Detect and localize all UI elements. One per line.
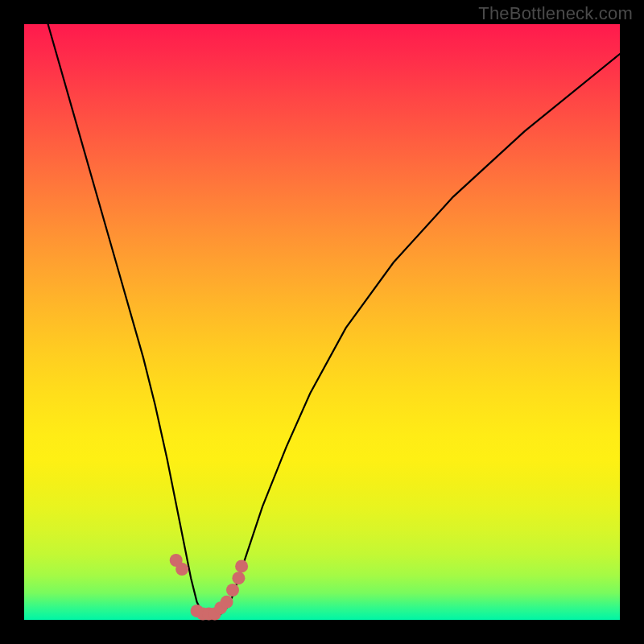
marker-dot [221, 596, 233, 609]
marker-dot [235, 559, 248, 572]
curve-path [48, 24, 620, 620]
highlight-markers [170, 554, 248, 621]
chart-frame: TheBottleneck.com [0, 0, 644, 644]
marker-dot [175, 563, 188, 576]
marker-dot [232, 572, 245, 584]
marker-dot [226, 584, 239, 597]
bottleneck-curve [48, 24, 620, 620]
plot-area [24, 24, 620, 620]
watermark-text: TheBottleneck.com [478, 3, 633, 24]
curve-svg [24, 24, 620, 620]
